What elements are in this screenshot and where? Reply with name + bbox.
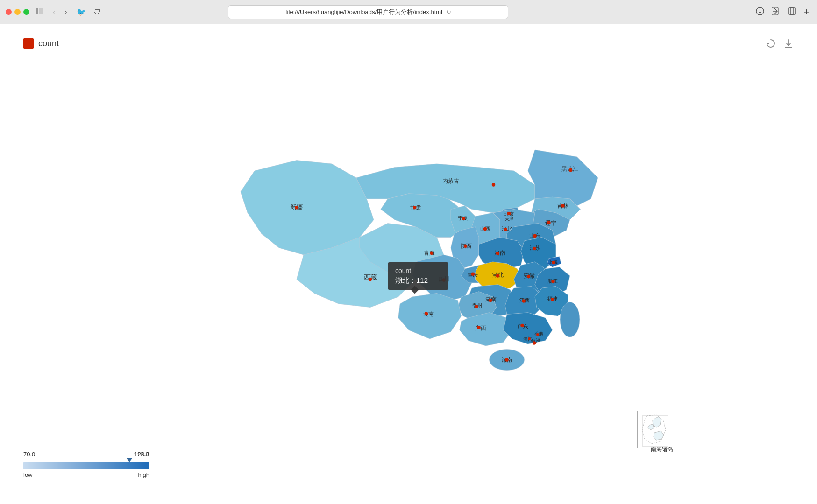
tooltip-title: count: [395, 267, 441, 274]
new-tab-icon[interactable]: +: [802, 4, 811, 20]
map-container: 新疆 西藏 青海 甘肃 宁夏 内蒙古 黑龙江 吉林 辽宁 北京 天津 河北 山西…: [0, 24, 817, 504]
shanxi-dot: [483, 227, 487, 231]
extension-button-2[interactable]: 🛡: [91, 6, 104, 18]
gansu-dot: [413, 206, 417, 210]
macao-dot: [528, 337, 531, 340]
taiwan-region[interactable]: [560, 302, 580, 337]
liaoning-dot: [547, 221, 551, 224]
forward-button[interactable]: ›: [62, 6, 70, 18]
xinjiang-dot: [295, 206, 298, 210]
browser-actions: +: [754, 4, 811, 20]
jiangsu-dot: [532, 247, 536, 251]
chongqing-dot: [471, 273, 475, 276]
taiwan-dot: [532, 341, 536, 345]
hongkong-dot: [536, 333, 539, 336]
tianjin-label: 天津: [505, 217, 513, 221]
hainan-dot: [505, 358, 509, 362]
macao-label: 澳门: [523, 336, 533, 342]
south-sea-inset: [637, 411, 672, 448]
fujian-dot: [550, 298, 554, 301]
shandong-dot: [533, 234, 537, 238]
innermongolia-dot: [491, 183, 495, 187]
maximize-button[interactable]: [23, 9, 29, 15]
svg-rect-6: [789, 8, 795, 14]
tibet-dot: [368, 278, 372, 281]
minimize-button[interactable]: [14, 9, 21, 15]
heilongjiang-dot: [568, 168, 572, 172]
extension-button-1[interactable]: 🐦: [74, 6, 89, 18]
page-content: count: [0, 24, 817, 504]
ningxia-dot: [462, 217, 465, 220]
sidebar-toggle-button[interactable]: [33, 5, 46, 19]
legend-label: count: [38, 39, 59, 49]
yunnan-dot: [424, 312, 428, 315]
henan-dot: [496, 252, 499, 255]
browser-chrome: ‹ › 🐦 🛡 file:///Users/huanglijie/Downloa…: [0, 0, 817, 24]
zhejiang-dot: [551, 280, 555, 283]
scale-high-label: high: [138, 471, 149, 478]
guangdong-dot: [520, 324, 524, 328]
legend-top: count: [23, 38, 59, 49]
scale-low-label: low: [23, 471, 33, 478]
yunnan-label: 云南: [423, 311, 434, 317]
anhui-dot: [526, 275, 530, 279]
shaanxi-dot: [463, 245, 467, 248]
fullscreen-icon[interactable]: [786, 4, 798, 20]
guizhou-dot: [475, 305, 478, 308]
scale-current-value: 112.0: [134, 451, 149, 458]
innermongolia-label: 内蒙古: [442, 178, 459, 184]
tooltip-value: 湖北：112: [395, 276, 441, 285]
jiangxi-dot: [522, 299, 526, 303]
traffic-lights: [6, 9, 29, 15]
jilin-dot: [561, 204, 565, 208]
scale-labels: low high: [23, 471, 149, 478]
share-icon[interactable]: [770, 4, 782, 20]
download-chart-icon[interactable]: [783, 38, 794, 51]
scale-legend: 70.0 112.0 120.0 low high: [23, 451, 149, 478]
legend-color-box: [23, 38, 34, 49]
download-icon[interactable]: [754, 4, 766, 20]
refresh-icon[interactable]: ↻: [446, 8, 451, 15]
henan-label: 河南: [494, 250, 505, 256]
scale-bar: [23, 462, 149, 469]
guangxi-dot: [477, 326, 481, 329]
svg-rect-7: [790, 8, 793, 14]
scale-pointer: [127, 458, 132, 462]
qinghai-dot: [430, 252, 433, 255]
url-bar[interactable]: file:///Users/huanglijie/Downloads/用户行为分…: [228, 5, 508, 19]
scale-min-value: 70.0: [23, 451, 35, 461]
extensions-area: 🐦 🛡: [74, 6, 104, 18]
top-right-icons: [766, 38, 794, 51]
svg-rect-0: [36, 8, 38, 14]
hubei-dot: [496, 274, 499, 278]
liaoning-label: 辽宁: [545, 220, 556, 226]
back-button[interactable]: ‹: [50, 6, 58, 18]
hebei-dot: [504, 228, 507, 231]
url-text: file:///Users/huanglijie/Downloads/用户行为分…: [285, 8, 442, 16]
refresh-chart-icon[interactable]: [766, 38, 776, 51]
shanghai-dot: [552, 261, 555, 265]
svg-rect-1: [39, 8, 43, 14]
guangxi-label: 广西: [475, 325, 486, 331]
hunan-dot: [489, 299, 492, 302]
south-sea-label: 南海诸岛: [651, 446, 673, 454]
beijing-dot: [507, 212, 511, 216]
map-tooltip: count 湖北：112: [388, 262, 448, 290]
close-button[interactable]: [6, 9, 12, 15]
